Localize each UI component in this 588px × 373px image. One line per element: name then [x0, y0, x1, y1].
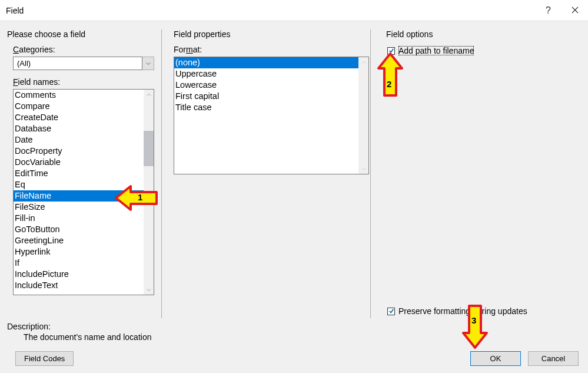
add-path-checkbox-row: Add path to filename — [387, 46, 579, 55]
categories-combo[interactable] — [13, 57, 154, 70]
list-item[interactable]: CreateDate — [14, 112, 144, 123]
categories-label: Categories: — [13, 45, 160, 54]
list-item[interactable]: EditTime — [14, 168, 144, 179]
field-properties-label: Field properties — [174, 29, 369, 39]
fieldnames-label: Field names: — [13, 77, 160, 87]
list-item[interactable]: Eq — [14, 179, 144, 190]
preserve-formatting-label: Preserve formatting during updates — [398, 306, 527, 316]
list-item[interactable]: Lowercase — [174, 80, 358, 91]
list-item[interactable]: GreetingLine — [14, 235, 144, 246]
scroll-up-button[interactable] — [358, 57, 368, 67]
list-item[interactable]: FileSize — [14, 202, 144, 213]
choose-field-group: Please choose a field Categories: Field … — [7, 29, 160, 318]
list-item[interactable]: If — [14, 258, 144, 269]
format-label: Format: — [174, 45, 369, 54]
list-item[interactable]: First capital — [174, 91, 358, 102]
field-properties-group: Field properties Format: (none)Uppercase… — [163, 29, 369, 318]
close-icon — [572, 5, 579, 16]
categories-input[interactable] — [13, 57, 142, 70]
list-item[interactable]: Comments — [14, 90, 144, 101]
format-listbox[interactable]: (none)UppercaseLowercaseFirst capitalTit… — [174, 57, 369, 174]
list-item[interactable]: IncludeText — [14, 280, 144, 291]
cancel-button[interactable]: Cancel — [528, 351, 579, 366]
title-bar: Field ? — [0, 0, 588, 21]
fieldnames-listbox[interactable]: CommentsCompareCreateDateDatabaseDateDoc… — [13, 89, 154, 295]
scroll-down-button[interactable] — [144, 285, 154, 295]
scroll-thumb[interactable] — [144, 131, 154, 166]
choose-field-label: Please choose a field — [7, 29, 160, 39]
list-item[interactable]: Database — [14, 123, 144, 134]
format-scrollbar[interactable] — [358, 57, 368, 174]
list-item[interactable]: Uppercase — [174, 68, 358, 80]
add-path-checkbox[interactable] — [387, 47, 395, 55]
list-item[interactable]: Fill-in — [14, 213, 144, 224]
divider-1 — [161, 29, 162, 318]
close-button[interactable] — [562, 0, 588, 21]
scroll-thumb[interactable] — [358, 67, 368, 164]
preserve-formatting-row: Preserve formatting during updates — [387, 306, 579, 316]
chevron-down-icon — [146, 60, 151, 68]
description-label: Description: — [7, 322, 581, 331]
preserve-formatting-checkbox[interactable] — [387, 308, 395, 315]
scroll-up-button[interactable] — [144, 90, 154, 100]
field-options-group: Field options Add path to filename Prese… — [372, 29, 579, 318]
scroll-down-button[interactable] — [358, 164, 368, 174]
list-item[interactable]: Date — [14, 134, 144, 146]
list-item[interactable]: GoToButton — [14, 224, 144, 235]
field-options-label: Field options — [386, 29, 579, 39]
categories-dropdown-button[interactable] — [142, 57, 154, 70]
list-item[interactable]: Compare — [14, 101, 144, 112]
add-path-label: Add path to filename — [398, 46, 474, 55]
dialog-footer: Field Codes OK Cancel — [0, 346, 588, 373]
checkmark-icon — [388, 46, 394, 55]
help-button[interactable]: ? — [535, 0, 562, 21]
list-item[interactable]: DocProperty — [14, 146, 144, 157]
list-item[interactable]: DocVariable — [14, 157, 144, 168]
list-item[interactable]: FileName — [14, 190, 144, 202]
divider-2 — [370, 29, 371, 318]
fieldnames-scrollbar[interactable] — [144, 90, 154, 295]
list-item[interactable]: Title case — [174, 102, 358, 113]
window-title: Field — [6, 6, 535, 15]
description-section: Description: The document's name and loc… — [0, 322, 588, 346]
description-text: The document's name and location — [24, 332, 581, 342]
list-item[interactable]: IncludePicture — [14, 269, 144, 280]
list-item[interactable]: (none) — [174, 57, 358, 68]
field-codes-button[interactable]: Field Codes — [15, 351, 74, 366]
ok-button[interactable]: OK — [470, 351, 521, 366]
checkmark-icon — [388, 306, 394, 316]
help-icon: ? — [546, 5, 551, 16]
list-item[interactable]: Hyperlink — [14, 246, 144, 258]
